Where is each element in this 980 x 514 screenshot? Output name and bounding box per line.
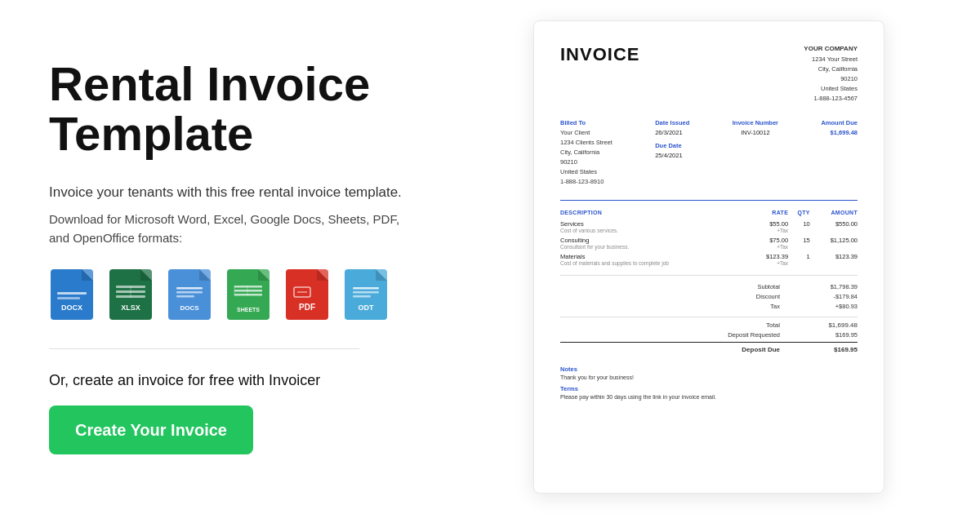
invoice-number-value: INV-10012 bbox=[733, 128, 778, 138]
svg-rect-4 bbox=[57, 292, 87, 295]
subtotal-row: Subtotal $1,798.39 bbox=[560, 282, 858, 292]
gsheets-icon[interactable]: SHEETS bbox=[225, 267, 271, 322]
formats-text: Download for Microsoft Word, Excel, Goog… bbox=[49, 210, 408, 247]
client-phone: 1-888-123-8910 bbox=[560, 177, 612, 187]
client-country: United States bbox=[560, 167, 612, 177]
company-info: YOUR COMPANY 1234 Your Street City, Cali… bbox=[804, 44, 858, 104]
table-body: Services Cost of various services. $55.0… bbox=[560, 218, 858, 267]
discount-row: Discount -$179.84 bbox=[560, 292, 858, 302]
svg-text:XLSX: XLSX bbox=[121, 304, 140, 312]
tax-row: Tax +$80.93 bbox=[560, 302, 858, 312]
total-label: Total bbox=[766, 321, 780, 329]
subtotal-value: $1,798.39 bbox=[813, 283, 858, 290]
summary-divider bbox=[560, 317, 858, 317]
table-row: Services Cost of various services. $55.0… bbox=[560, 218, 858, 234]
company-name: YOUR COMPANY bbox=[804, 44, 858, 55]
deposit-requested-value: $169.95 bbox=[813, 331, 858, 339]
discount-label: Discount bbox=[756, 293, 780, 300]
invoice-meta: Billed To Your Client 1234 Clients Stree… bbox=[560, 118, 858, 187]
company-phone: 1-888-123-4567 bbox=[804, 94, 858, 104]
svg-text:PDF: PDF bbox=[299, 303, 315, 312]
svg-rect-18 bbox=[176, 287, 203, 290]
deposit-due-value: $169.95 bbox=[813, 346, 858, 353]
svg-rect-41 bbox=[353, 291, 379, 294]
invoice-preview-panel: INVOICE YOUR COMPANY 1234 Your Street Ci… bbox=[457, 7, 980, 507]
tax-value: +$80.93 bbox=[813, 303, 858, 310]
format-icons-row: DOCX XLSX DOCS bbox=[49, 267, 408, 322]
subtitle-text: Invoice your tenants with this free rent… bbox=[49, 182, 408, 203]
company-address: 1234 Your Street bbox=[804, 55, 858, 64]
due-date-value: 25/4/2021 bbox=[655, 151, 689, 161]
client-city: City, California bbox=[560, 148, 612, 157]
svg-rect-25 bbox=[234, 286, 262, 288]
billed-to-block: Billed To Your Client 1234 Clients Stree… bbox=[560, 118, 612, 187]
deposit-requested-row: Deposit Requested $169.95 bbox=[560, 330, 858, 340]
item-rate-1: $55.00 +Tax bbox=[750, 218, 788, 234]
svg-text:ODT: ODT bbox=[359, 304, 375, 312]
xlsx-icon[interactable]: XLSX bbox=[108, 267, 154, 322]
gdocs-icon[interactable]: DOCS bbox=[167, 267, 212, 322]
item-name-1: Services Cost of various services. bbox=[560, 218, 750, 234]
svg-rect-26 bbox=[234, 290, 262, 292]
invoice-dates-block: Date Issued 26/3/2021 Due Date 25/4/2021 bbox=[655, 118, 689, 187]
invoice-title-text: INVOICE bbox=[560, 44, 639, 65]
client-address: 1234 Clients Street bbox=[560, 138, 612, 148]
subtotal-label: Subtotal bbox=[757, 283, 780, 290]
date-issued-label: Date Issued bbox=[655, 118, 689, 128]
company-country: United States bbox=[804, 84, 858, 94]
invoice-notes: Notes Thank you for your business! Terms… bbox=[560, 366, 858, 400]
deposit-due-label: Deposit Due bbox=[742, 346, 780, 353]
svg-rect-42 bbox=[353, 295, 371, 298]
date-issued-value: 26/3/2021 bbox=[655, 128, 689, 138]
tax-label: Tax bbox=[770, 303, 780, 310]
svg-rect-5 bbox=[57, 297, 80, 299]
deposit-due-row: Deposit Due $169.95 bbox=[560, 342, 858, 355]
total-row: Total $1,699.48 bbox=[560, 321, 858, 330]
col-description: DESCRIPTION bbox=[560, 207, 750, 218]
section-divider bbox=[49, 348, 359, 349]
pdf-icon[interactable]: PDF bbox=[284, 267, 330, 322]
item-name-2: Consulting Consultant for your business. bbox=[560, 234, 750, 250]
amount-due-block: Amount Due $1,699.48 bbox=[821, 118, 858, 187]
item-qty-3: 1 bbox=[788, 250, 810, 267]
svg-text:DOCX: DOCX bbox=[61, 304, 82, 312]
table-row: Materials Cost of materials and supplies… bbox=[560, 250, 858, 267]
amount-due-label: Amount Due bbox=[821, 118, 858, 128]
invoice-number-block: Invoice Number INV-10012 bbox=[733, 118, 778, 187]
table-row: Consulting Consultant for your business.… bbox=[560, 234, 858, 250]
create-invoice-button[interactable]: Create Your Invoice bbox=[49, 405, 253, 454]
table-header: DESCRIPTION RATE QTY AMOUNT bbox=[560, 207, 858, 218]
svg-text:SHEETS: SHEETS bbox=[237, 307, 260, 312]
odt-icon[interactable]: ODT bbox=[343, 267, 389, 322]
item-name-3: Materials Cost of materials and supplies… bbox=[560, 250, 750, 267]
line-items-table: DESCRIPTION RATE QTY AMOUNT Services Cos… bbox=[560, 207, 858, 267]
due-date-block: Due Date 25/4/2021 bbox=[655, 141, 689, 161]
item-rate-2: $75.00 +Tax bbox=[750, 234, 788, 250]
svg-rect-20 bbox=[176, 295, 194, 298]
item-amount-2: $1,125.00 bbox=[810, 234, 858, 250]
item-amount-1: $550.00 bbox=[810, 218, 858, 234]
item-qty-2: 15 bbox=[788, 234, 810, 250]
company-city: City, California bbox=[804, 64, 858, 74]
notes-label: Notes bbox=[560, 366, 858, 373]
col-amount: AMOUNT bbox=[810, 207, 858, 218]
cta-description: Or, create an invoice for free with Invo… bbox=[49, 372, 408, 389]
svg-rect-19 bbox=[176, 291, 203, 294]
client-zip: 90210 bbox=[560, 157, 612, 167]
deposit-requested-label: Deposit Requested bbox=[728, 331, 780, 339]
invoice-summary: Subtotal $1,798.39 Discount -$179.84 Tax… bbox=[560, 275, 858, 355]
docx-icon[interactable]: DOCX bbox=[49, 267, 95, 322]
col-qty: QTY bbox=[788, 207, 810, 218]
terms-text: Please pay within 30 days using the link… bbox=[560, 394, 858, 400]
date-issued-block: Date Issued 26/3/2021 bbox=[655, 118, 689, 138]
notes-text: Thank you for your business! bbox=[560, 374, 858, 380]
amount-due-value: $1,699.48 bbox=[821, 128, 858, 138]
total-value: $1,699.48 bbox=[813, 321, 858, 329]
discount-value: -$179.84 bbox=[813, 293, 858, 300]
svg-text:DOCS: DOCS bbox=[180, 304, 199, 312]
item-amount-3: $123.39 bbox=[810, 250, 858, 267]
left-panel: Rental Invoice Template Invoice your ten… bbox=[0, 27, 457, 487]
svg-rect-27 bbox=[234, 294, 262, 296]
client-name: Your Client bbox=[560, 128, 612, 138]
company-zip: 90210 bbox=[804, 74, 858, 84]
